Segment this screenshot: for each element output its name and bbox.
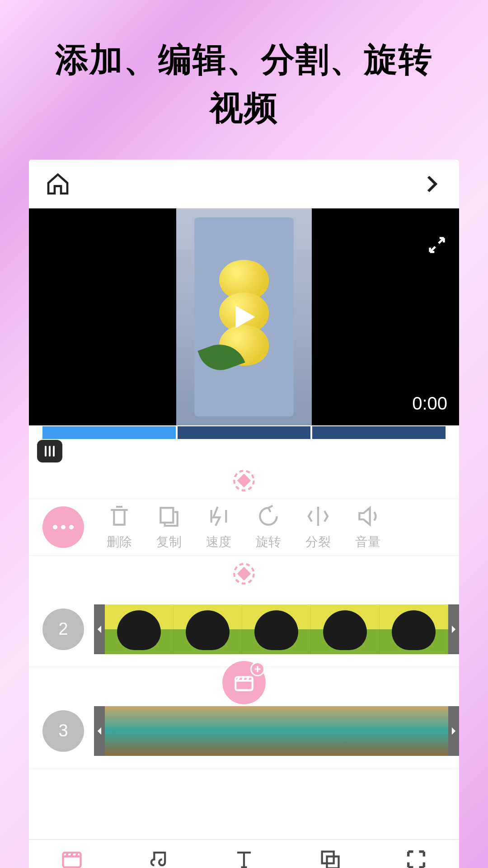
nav-music[interactable]	[115, 848, 201, 868]
nav-layer[interactable]	[287, 848, 373, 868]
clip-right-handle[interactable]	[448, 604, 459, 654]
speed-button[interactable]: 速度	[206, 504, 231, 551]
clip-toolbar: 删除 复制 速度 旋转	[29, 499, 459, 556]
nav-video[interactable]: 视频	[29, 848, 115, 868]
forward-icon[interactable]	[421, 173, 443, 195]
scrub-handle[interactable]	[37, 440, 62, 462]
nav-text[interactable]	[201, 848, 287, 868]
rotate-button[interactable]: 旋转	[256, 504, 281, 551]
progress-bar[interactable]	[29, 426, 459, 439]
svg-rect-4	[239, 568, 250, 579]
bottom-nav: 视频	[29, 839, 459, 868]
title-line-1: 添加、编辑、分割、旋转	[0, 35, 488, 84]
split-button[interactable]: 分裂	[305, 504, 331, 551]
progress-segment-1[interactable]	[42, 426, 176, 439]
add-clip-button[interactable]	[222, 661, 266, 704]
clip-row-2: 2	[29, 592, 459, 667]
clip-strip[interactable]	[94, 706, 459, 756]
split-label: 分裂	[305, 533, 331, 551]
clip-left-handle[interactable]	[94, 706, 105, 756]
delete-button[interactable]: 删除	[107, 504, 132, 551]
plus-icon	[250, 662, 265, 676]
page-title: 添加、编辑、分割、旋转 视频	[0, 0, 488, 132]
clip-strip[interactable]	[94, 604, 459, 654]
more-button[interactable]	[42, 506, 84, 548]
delete-label: 删除	[107, 533, 132, 551]
clip-right-handle[interactable]	[448, 706, 459, 756]
clip-frames[interactable]	[105, 706, 448, 756]
clip-number[interactable]: 3	[42, 710, 84, 752]
app-frame: 0:00 删除	[29, 160, 459, 868]
nav-crop[interactable]	[373, 848, 459, 868]
play-icon[interactable]	[227, 300, 261, 334]
app-header	[29, 160, 459, 208]
rotate-label: 旋转	[256, 533, 281, 551]
home-icon[interactable]	[45, 171, 70, 197]
fullscreen-icon[interactable]	[427, 235, 447, 255]
clip-number[interactable]: 2	[42, 609, 84, 650]
svg-rect-1	[239, 475, 250, 486]
speed-label: 速度	[206, 533, 231, 551]
volume-button[interactable]: 音量	[355, 504, 380, 551]
transition-icon-2[interactable]	[29, 562, 459, 585]
transition-icon[interactable]	[29, 469, 459, 492]
video-preview[interactable]: 0:00	[29, 208, 459, 425]
progress-segment-3[interactable]	[312, 426, 446, 439]
progress-segment-2[interactable]	[178, 426, 311, 439]
copy-label: 复制	[156, 533, 182, 551]
time-display: 0:00	[412, 393, 447, 414]
volume-label: 音量	[355, 533, 380, 551]
clip-row-3: 3	[29, 684, 459, 769]
svg-rect-2	[160, 508, 173, 523]
title-line-2: 视频	[0, 84, 488, 132]
copy-button[interactable]: 复制	[156, 504, 182, 551]
clip-left-handle[interactable]	[94, 604, 105, 654]
clip-frames[interactable]	[105, 604, 448, 654]
